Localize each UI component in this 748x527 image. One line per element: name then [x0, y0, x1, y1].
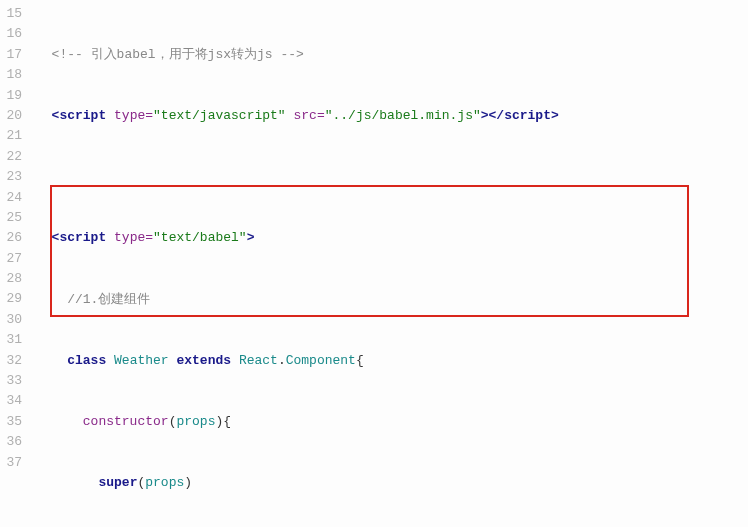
line-number: 15	[0, 4, 22, 24]
line-number: 34	[0, 391, 22, 411]
line-number-gutter: 15 16 17 18 19 20 21 22 23 24 25 26 27 2…	[0, 0, 30, 477]
line-number: 36	[0, 432, 22, 452]
code-line: <script type="text/babel">	[36, 228, 748, 248]
line-number: 26	[0, 228, 22, 248]
line-number: 16	[0, 24, 22, 44]
line-number: 37	[0, 453, 22, 473]
line-number: 23	[0, 167, 22, 187]
code-line: //1.创建组件	[36, 290, 748, 310]
line-number: 24	[0, 188, 22, 208]
code-line: <!-- 引入babel，用于将jsx转为js -->	[36, 45, 748, 65]
line-number: 19	[0, 86, 22, 106]
code-editor: 15 16 17 18 19 20 21 22 23 24 25 26 27 2…	[0, 0, 748, 527]
line-number: 22	[0, 147, 22, 167]
line-number: 35	[0, 412, 22, 432]
line-number: 29	[0, 289, 22, 309]
line-number: 28	[0, 269, 22, 289]
code-line: constructor(props){	[36, 412, 748, 432]
code-line: class Weather extends React.Component{	[36, 351, 748, 371]
line-number: 33	[0, 371, 22, 391]
code-line	[36, 167, 748, 187]
line-number: 18	[0, 65, 22, 85]
code-area: <!-- 引入babel，用于将jsx转为js --> <script type…	[30, 0, 748, 527]
line-number: 30	[0, 310, 22, 330]
line-number: 27	[0, 249, 22, 269]
line-number: 31	[0, 330, 22, 350]
line-number: 32	[0, 351, 22, 371]
line-number: 21	[0, 126, 22, 146]
code-line: super(props)	[36, 473, 748, 493]
code-line: <script type="text/javascript" src="../j…	[36, 106, 748, 126]
line-number: 20	[0, 106, 22, 126]
line-number: 25	[0, 208, 22, 228]
line-number: 17	[0, 45, 22, 65]
